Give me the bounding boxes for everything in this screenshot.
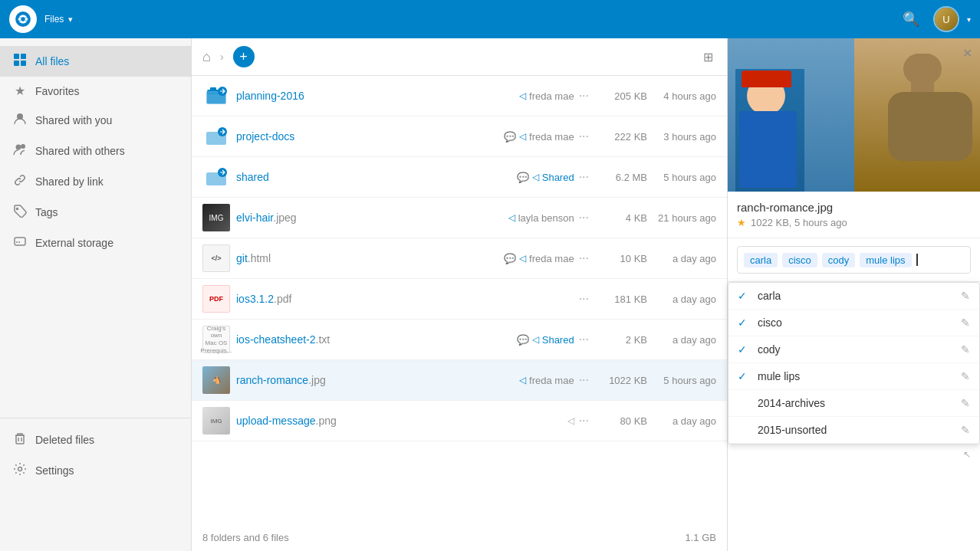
file-size: 10 KB	[594, 253, 647, 264]
table-row[interactable]: IMG elvi-hair.jpeg ◁ layla benson ··· 4 …	[192, 198, 727, 238]
file-actions-menu[interactable]: ···	[574, 89, 594, 103]
file-actions-menu[interactable]: ···	[574, 130, 594, 143]
table-row[interactable]: planning-2016 ◁ freda mae ··· 205 KB 4 h…	[192, 76, 727, 116]
tag-edit-icon[interactable]: ✎	[961, 343, 970, 356]
file-meta: ◁	[567, 415, 574, 426]
table-row[interactable]: 🐴 ranch-romance.jpg ◁ freda mae ··· 1022…	[192, 360, 727, 401]
comment-icon: 💬	[517, 334, 529, 346]
file-size: 80 KB	[594, 415, 647, 427]
tag-dropdown-item-2015-unsorted[interactable]: 2015-unsorted ✎	[728, 417, 979, 444]
tag-dropdown-item-cody[interactable]: ✓ cody ✎	[728, 336, 979, 363]
file-size: 181 KB	[594, 294, 647, 305]
user-avatar[interactable]: U	[933, 6, 959, 32]
topbar: Files ▾ 🔍 U ▾	[0, 0, 980, 38]
total-size: 1.1 GB	[686, 532, 716, 543]
tag-chip-carla[interactable]: carla	[744, 253, 778, 267]
file-meta: ◁ freda mae	[519, 90, 574, 102]
tag-dropdown-item-carla[interactable]: ✓ carla ✎	[728, 283, 979, 310]
filename-text: project-docs	[236, 130, 294, 143]
file-time: a day ago	[647, 415, 716, 427]
tag-edit-icon[interactable]: ✎	[961, 316, 970, 329]
user-chevron[interactable]: ▾	[967, 15, 971, 24]
file-type-icon	[202, 163, 230, 191]
right-panel: ✕	[727, 38, 980, 551]
sidebar-item-settings[interactable]: Settings	[0, 455, 191, 486]
table-row[interactable]: project-docs 💬 ◁ freda mae ··· 222 KB 3 …	[192, 116, 727, 157]
tag-edit-icon[interactable]: ✎	[961, 290, 970, 302]
tag-dropdown-item-mule-lips[interactable]: ✓ mule lips ✎	[728, 363, 979, 390]
cursor-indicator: ↖	[963, 449, 971, 460]
file-name: ios3.1.2.pdf	[236, 293, 574, 305]
file-name: upload-message.png	[236, 415, 567, 427]
sidebar-item-shared-by-link[interactable]: Shared by link	[0, 166, 191, 197]
tag-check-icon: ✓	[738, 343, 750, 356]
file-actions-menu[interactable]: ···	[574, 373, 594, 387]
sidebar-item-shared-with-others[interactable]: Shared with others	[0, 136, 191, 166]
tag-chip-cisco[interactable]: cisco	[782, 253, 817, 267]
tag-check-icon: ✓	[738, 316, 750, 329]
shared-by: freda mae	[529, 375, 574, 386]
sidebar-item-deleted-files[interactable]: Deleted files	[0, 425, 191, 455]
tag-dropdown-label: 2014-archives	[758, 397, 961, 409]
add-button[interactable]: +	[233, 46, 255, 67]
tag-edit-icon[interactable]: ✎	[961, 370, 970, 382]
shared-with-others-icon	[12, 143, 28, 159]
filename-text: ranch-romance	[236, 374, 308, 386]
sidebar-item-shared-with-you[interactable]: Shared with you	[0, 105, 191, 136]
file-toolbar: ⌂ › + ⊞	[192, 38, 727, 76]
close-button[interactable]: ✕	[962, 46, 972, 61]
shared-by: freda mae	[529, 253, 574, 264]
files-chevron[interactable]: ▾	[68, 15, 73, 25]
file-time: 3 hours ago	[647, 131, 716, 143]
view-toggle-icon[interactable]: ⊞	[700, 47, 716, 67]
share-icon: ◁	[567, 415, 574, 426]
sidebar-item-all-files[interactable]: All files	[0, 46, 191, 77]
file-time: a day ago	[647, 253, 716, 264]
file-actions-menu[interactable]: ···	[574, 251, 594, 265]
svg-point-3	[25, 18, 28, 21]
svg-rect-7	[21, 61, 26, 66]
file-actions-menu[interactable]: ···	[574, 292, 594, 306]
star-icon[interactable]: ★	[737, 217, 746, 228]
tag-dropdown-label: cisco	[758, 316, 961, 329]
svg-point-2	[18, 18, 21, 21]
file-type-icon: IMG	[202, 407, 230, 435]
preview-filename: ranch-romance.jpg	[737, 201, 971, 214]
table-row[interactable]: PDF ios3.1.2.pdf ··· 181 KB a day ago	[192, 279, 727, 320]
table-row[interactable]: Craig's ownMac OSPrerequis... ios-cheats…	[192, 320, 727, 360]
file-actions-menu[interactable]: ···	[574, 414, 594, 428]
tag-edit-icon[interactable]: ✎	[961, 397, 970, 409]
table-row[interactable]: IMG upload-message.png ◁ ··· 80 KB a day…	[192, 401, 727, 441]
tag-dropdown-item-cisco[interactable]: ✓ cisco ✎	[728, 310, 979, 336]
sidebar-item-favorites[interactable]: ★ Favorites	[0, 77, 191, 105]
shared-by: layla benson	[518, 212, 574, 224]
file-summary: 8 folders and 6 files 1.1 GB	[192, 524, 727, 551]
tag-dropdown-item-2014-archives[interactable]: 2014-archives ✎	[728, 390, 979, 417]
file-ext: .html	[248, 252, 271, 264]
app-name[interactable]: Files ▾	[44, 14, 73, 25]
svg-point-10	[21, 144, 25, 149]
tag-chip-cody[interactable]: cody	[822, 253, 855, 267]
file-actions-menu[interactable]: ···	[574, 170, 594, 184]
share-icon: ◁	[532, 172, 539, 182]
tag-edit-icon[interactable]: ✎	[961, 424, 970, 436]
file-type-icon: 🐴	[202, 366, 230, 394]
svg-rect-4	[14, 54, 19, 59]
table-row[interactable]: shared 💬 ◁ Shared ··· 6.2 MB 5 hours ago	[192, 157, 727, 198]
file-type-icon: PDF	[202, 285, 230, 313]
file-size: 4 KB	[594, 212, 647, 224]
table-row[interactable]: </> git.html 💬 ◁ freda mae ··· 10 KB a d…	[192, 238, 727, 279]
tag-check-icon: ✓	[738, 290, 750, 302]
search-icon[interactable]: 🔍	[896, 5, 926, 34]
sidebar-item-tags[interactable]: Tags	[0, 197, 191, 228]
filename-text: elvi-hair	[236, 212, 273, 224]
file-actions-menu[interactable]: ···	[574, 333, 594, 346]
tags-input[interactable]: carla cisco cody mule lips	[737, 246, 971, 274]
comment-icon: 💬	[504, 131, 516, 143]
sidebar-item-external-storage[interactable]: External storage	[0, 228, 191, 258]
file-actions-menu[interactable]: ···	[574, 211, 594, 225]
breadcrumb-home[interactable]: ⌂	[202, 49, 211, 65]
file-count: 8 folders and 6 files	[202, 532, 289, 543]
svg-rect-15	[16, 435, 24, 444]
tag-chip-mule-lips[interactable]: mule lips	[860, 253, 911, 267]
